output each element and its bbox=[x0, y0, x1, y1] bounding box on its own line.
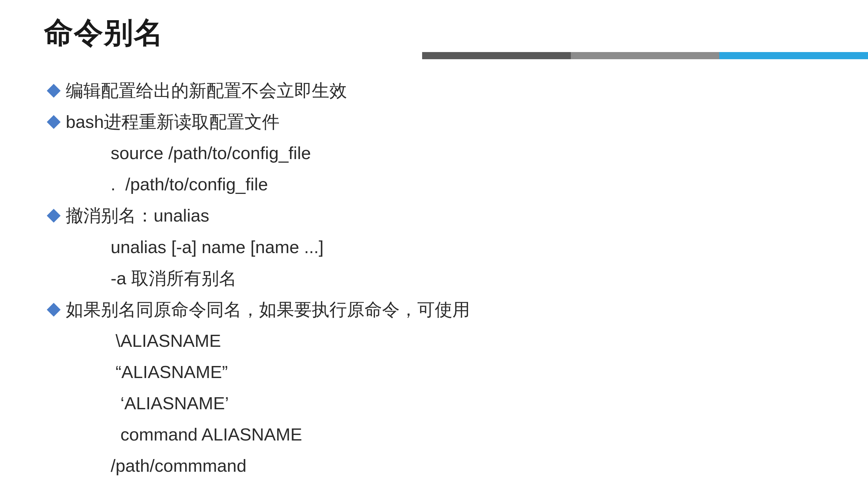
accent-bar bbox=[422, 52, 868, 59]
slide-title: 命令别名 bbox=[44, 13, 164, 53]
accent-segment-gray bbox=[571, 52, 720, 59]
bullet-item: bash进程重新读取配置文件 bbox=[49, 106, 470, 137]
sub-line: source /path/to/config_file bbox=[111, 137, 470, 168]
bullet-text: bash进程重新读取配置文件 bbox=[66, 106, 280, 137]
sub-lines: source /path/to/config_file . /path/to/c… bbox=[49, 137, 470, 200]
bullet-diamond-icon bbox=[47, 303, 61, 317]
bullet-diamond-icon bbox=[47, 115, 61, 129]
sub-line: \ALIASNAME bbox=[111, 325, 470, 356]
bullet-text: 如果别名同原命令同名，如果要执行原命令，可使用 bbox=[66, 294, 470, 325]
sub-line: . /path/to/config_file bbox=[111, 168, 470, 200]
bullet-text: 编辑配置给出的新配置不会立即生效 bbox=[66, 75, 347, 106]
sub-line: “ALIASNAME” bbox=[111, 356, 470, 388]
bullet-diamond-icon bbox=[47, 209, 61, 223]
accent-segment-dark bbox=[422, 52, 571, 59]
sub-line: ‘ALIASNAME’ bbox=[111, 388, 470, 419]
sub-line: unalias [-a] name [name ...] bbox=[111, 231, 470, 263]
bullet-item: 编辑配置给出的新配置不会立即生效 bbox=[49, 75, 470, 106]
bullet-item: 如果别名同原命令同名，如果要执行原命令，可使用 bbox=[49, 294, 470, 325]
bullet-item: 撤消别名：unalias bbox=[49, 200, 470, 231]
sub-line: command ALIASNAME bbox=[111, 419, 470, 450]
sub-line: -a 取消所有别名 bbox=[111, 263, 470, 294]
bullet-diamond-icon bbox=[47, 84, 61, 98]
sub-lines: unalias [-a] name [name ...] -a 取消所有别名 bbox=[49, 231, 470, 294]
sub-line: /path/commmand bbox=[111, 450, 470, 481]
bullet-text: 撤消别名：unalias bbox=[66, 200, 209, 231]
sub-lines: \ALIASNAME “ALIASNAME” ‘ALIASNAME’ comma… bbox=[49, 325, 470, 482]
slide: 命令别名 编辑配置给出的新配置不会立即生效 bash进程重新读取配置文件 sou… bbox=[0, 0, 868, 488]
accent-segment-blue bbox=[719, 52, 868, 59]
content-body: 编辑配置给出的新配置不会立即生效 bash进程重新读取配置文件 source /… bbox=[49, 75, 470, 481]
